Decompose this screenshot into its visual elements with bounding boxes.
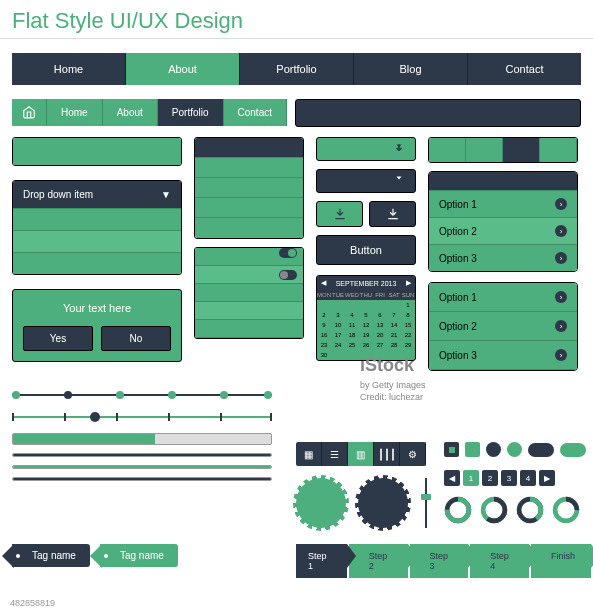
calendar-day[interactable]: 26 [359, 340, 373, 350]
nav-portfolio[interactable]: Portfolio [240, 53, 354, 85]
page-next[interactable]: ▶ [539, 470, 555, 486]
calendar-day[interactable]: 11 [345, 320, 359, 330]
list-item[interactable]: Option 2› [429, 217, 577, 244]
download-icon-button[interactable] [369, 201, 416, 227]
list-item[interactable]: Option 3› [429, 341, 577, 370]
dropdown-option[interactable] [13, 230, 181, 252]
calendar-day[interactable]: 9 [317, 320, 331, 330]
calendar-day[interactable] [401, 350, 415, 360]
primary-button[interactable]: Button [316, 235, 416, 265]
calendar-day[interactable]: 18 [345, 330, 359, 340]
circle-icon[interactable] [507, 442, 522, 457]
accordion-item[interactable] [195, 248, 303, 266]
calendar-day[interactable] [387, 300, 401, 310]
nav-home[interactable]: Home [12, 53, 126, 85]
calendar-day[interactable] [345, 350, 359, 360]
calendar-day[interactable]: 30 [317, 350, 331, 360]
calendar-day[interactable]: 19 [359, 330, 373, 340]
download-button-green[interactable] [316, 137, 416, 161]
calendar-day[interactable] [373, 350, 387, 360]
page-number[interactable]: 4 [520, 470, 536, 486]
calendar-day[interactable] [373, 300, 387, 310]
tag[interactable]: Tag name [12, 544, 90, 567]
vertical-slider[interactable] [420, 478, 432, 528]
calendar-next[interactable]: ▶ [402, 279, 415, 287]
list-item[interactable]: Option 1› [429, 190, 577, 217]
download-button-dark[interactable] [316, 169, 416, 193]
calendar-day[interactable]: 14 [387, 320, 401, 330]
calendar-day[interactable]: 23 [317, 340, 331, 350]
calendar-day[interactable] [331, 350, 345, 360]
menu-item[interactable] [195, 138, 303, 158]
list-item[interactable]: Option 1› [429, 283, 577, 312]
calendar-day[interactable]: 17 [331, 330, 345, 340]
barcode-icon[interactable]: ┃┃┃ [374, 442, 400, 466]
nav2-home[interactable]: Home [47, 99, 103, 126]
nav-contact[interactable]: Contact [468, 53, 581, 85]
calendar-day[interactable]: 13 [373, 320, 387, 330]
pill-icon[interactable] [560, 443, 586, 457]
tag[interactable]: Tag name [100, 544, 178, 567]
accordion-item[interactable] [195, 284, 303, 302]
search-bar-dark[interactable] [295, 99, 581, 127]
calendar-day[interactable]: 25 [345, 340, 359, 350]
calendar-day[interactable]: 3 [331, 310, 345, 320]
step[interactable]: Step 3 [410, 544, 469, 578]
calendar-day[interactable] [331, 300, 345, 310]
step[interactable]: Step 2 [349, 544, 408, 578]
gear-icon[interactable]: ⚙ [400, 442, 426, 466]
calendar-prev[interactable]: ◀ [317, 279, 330, 287]
step[interactable]: Finish [531, 544, 591, 578]
calendar-day[interactable]: 2 [317, 310, 331, 320]
accordion-item[interactable] [195, 320, 303, 338]
calendar-day[interactable]: 29 [401, 340, 415, 350]
slider-ticks[interactable] [12, 411, 272, 423]
page-number[interactable]: 2 [482, 470, 498, 486]
nav2-portfolio[interactable]: Portfolio [158, 99, 224, 126]
menu-item[interactable] [195, 158, 303, 178]
page-number[interactable]: 3 [501, 470, 517, 486]
yes-button[interactable]: Yes [23, 326, 93, 351]
search-input[interactable] [13, 138, 182, 165]
column-view-icon[interactable]: ▥ [348, 442, 374, 466]
dropdown-option[interactable] [13, 252, 181, 274]
calendar-day[interactable]: 5 [359, 310, 373, 320]
list-item[interactable]: Option 2› [429, 312, 577, 341]
tab[interactable] [503, 138, 540, 162]
accordion-item[interactable] [195, 266, 303, 284]
square-icon[interactable] [465, 442, 480, 457]
calendar-day[interactable] [317, 300, 331, 310]
calendar-day[interactable]: 28 [387, 340, 401, 350]
pill-icon[interactable] [528, 443, 554, 457]
toggle-switch[interactable] [279, 270, 297, 280]
toggle-switch[interactable] [279, 248, 297, 258]
tab[interactable] [540, 138, 577, 162]
dropdown-option[interactable] [13, 208, 181, 230]
calendar-day[interactable]: 16 [317, 330, 331, 340]
circle-icon[interactable] [486, 442, 501, 457]
calendar-day[interactable]: 12 [359, 320, 373, 330]
calendar-day[interactable]: 8 [401, 310, 415, 320]
list-view-icon[interactable]: ☰ [322, 442, 348, 466]
calendar-day[interactable]: 21 [387, 330, 401, 340]
accordion-item[interactable] [195, 302, 303, 320]
page-number[interactable]: 1 [463, 470, 479, 486]
step[interactable]: Step 4 [470, 544, 529, 578]
nav-about[interactable]: About [126, 53, 240, 85]
home-icon[interactable] [12, 99, 47, 126]
calendar-day[interactable]: 7 [387, 310, 401, 320]
calendar-day[interactable]: 15 [401, 320, 415, 330]
calendar-day[interactable]: 20 [373, 330, 387, 340]
menu-item[interactable] [195, 218, 303, 238]
tab[interactable] [466, 138, 503, 162]
menu-item[interactable] [195, 198, 303, 218]
slider-stepped[interactable] [12, 389, 272, 401]
page-prev[interactable]: ◀ [444, 470, 460, 486]
no-button[interactable]: No [101, 326, 171, 351]
calendar-day[interactable]: 1 [401, 300, 415, 310]
calendar-day[interactable]: 22 [401, 330, 415, 340]
calendar-day[interactable] [359, 300, 373, 310]
calendar-day[interactable] [387, 350, 401, 360]
grid-view-icon[interactable]: ▦ [296, 442, 322, 466]
menu-item[interactable] [195, 178, 303, 198]
